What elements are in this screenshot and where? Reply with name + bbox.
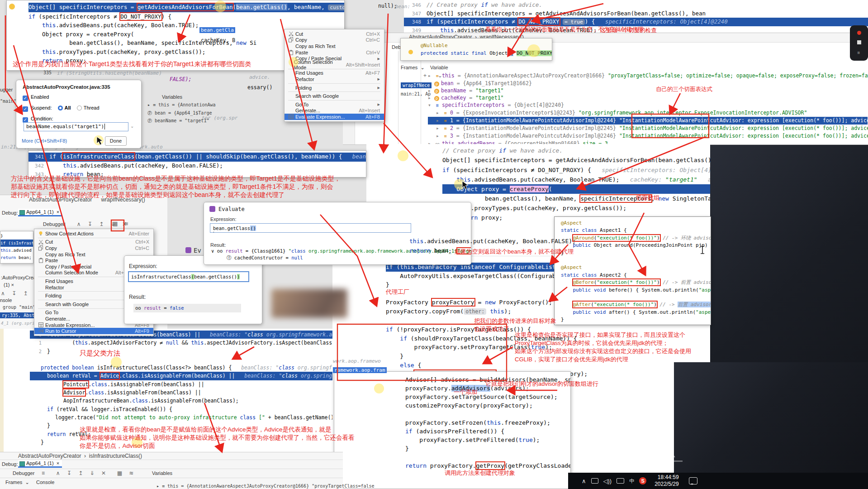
variable-row-bean[interactable]: ▸pbean = {App64_1$Target1@1662}	[428, 80, 868, 87]
breakpoint-dialog[interactable]: AbstractAutoProxyCreator.java:335 ✓Enabl…	[16, 80, 142, 149]
code-line: if (isInfrastruc	[0, 240, 33, 247]
code-line: ⓕ cachedConstructor = null	[211, 254, 467, 261]
code-line: static class Aspect2 {	[561, 272, 711, 279]
expand-icon[interactable]: ⌄	[130, 124, 134, 129]
menu-item-cut[interactable]: CutCtrl+X	[34, 239, 153, 245]
suspend-thread-radio[interactable]	[77, 105, 82, 110]
menu-item-evaluate-expression[interactable]: Evaluate Expression...Alt+F8	[285, 114, 384, 120]
menu-item-copy[interactable]: CopyCtrl+C	[285, 37, 384, 43]
code-line	[561, 294, 711, 301]
code-line: Object proxy = createProxy(	[442, 184, 710, 194]
taskbar-clock[interactable]: 18:44:59 2022/5/29	[655, 474, 678, 488]
editor-sliver: }if (isInfrastructhis.advisedreturn bean…	[0, 231, 33, 264]
code-line: if (specificInterceptors ≠ DO_NOT_PROXY)…	[442, 165, 710, 175]
copy-icon	[287, 37, 294, 43]
menu-item-generate[interactable]: Generate...Alt+Insert	[285, 108, 384, 114]
expression-input[interactable]: bean.getClass()	[210, 223, 411, 233]
menu-item-show-context-actions[interactable]: Show Context ActionsAlt+Enter	[34, 230, 153, 237]
editor-wrapifnecessary-topright[interactable]: 346// Create proxy if we have advice.347…	[404, 0, 868, 35]
code-line: protected boolean isInfrastructureClass(…	[30, 364, 355, 372]
variable-row-this[interactable]: ▸≡this = {AnnotationAwareAspectJAutoProx…	[428, 72, 868, 80]
done-button[interactable]: Done	[105, 136, 127, 146]
chat-icon[interactable]	[689, 477, 697, 484]
chevron-up-icon[interactable]: ∧	[582, 478, 586, 484]
menu-item-column-selection-mode[interactable]: Column Selection ModeAlt+Shift+Insert	[285, 62, 384, 68]
highlight-circle	[527, 44, 540, 57]
code-line: this.advised	[0, 247, 33, 254]
expression-input[interactable]: isInfrastructureClass(bean.getClass())	[128, 271, 249, 282]
code-line: isInfrastructureClass(bean.getClass())	[131, 273, 248, 280]
speaker-icon[interactable]: ◁))	[603, 478, 612, 484]
code-line: }	[405, 444, 570, 453]
editor-isinfrastructureclass-call[interactable]: 341if (isInfrastructureClass(bean.getCla…	[28, 150, 366, 177]
code-line: 348if (specificInterceptors ≠ DO_NOT_PRO…	[404, 18, 868, 26]
menu-item-copy[interactable]: CopyCtrl+C	[34, 245, 153, 251]
menu-item-run-to-cursor[interactable]: Run to CursorAlt+F9	[34, 328, 153, 334]
keyboard-icon[interactable]	[617, 478, 624, 484]
menu-item-go-to[interactable]: Go To▸	[285, 101, 384, 108]
input-method-icon[interactable]: 中	[629, 478, 634, 484]
evaluate-dialog-icon	[209, 206, 215, 212]
screen-recorder-widget[interactable]: ≡	[850, 25, 868, 61]
menu-item-folding[interactable]: Folding▸	[285, 85, 384, 91]
editor-aspect-classes[interactable]: @Aspectstatic class Aspect1 { @Around("e…	[554, 216, 711, 325]
menu-item-find-usages[interactable]: Find UsagesAlt+F7	[285, 70, 384, 77]
variable-row-beanName[interactable]: ▸pbeanName = "target1"	[428, 87, 868, 94]
variable-row-0[interactable]: ▸≡0 = {ExposeInvocationInterceptor$1@224…	[428, 109, 868, 117]
suspend-all-radio[interactable]	[58, 105, 63, 110]
fragment: Variables	[162, 94, 182, 100]
code-line: Object[] specificInterceptors = getAdvic…	[28, 3, 344, 12]
gutter-strip	[0, 329, 4, 452]
breakpoint-suspend-row[interactable]: ✓Suspend: All Thread	[23, 105, 100, 112]
evaluate-dialog[interactable]: Evaluate Expression: bean.getClass() Res…	[204, 202, 471, 265]
code-line: return bean;	[409, 246, 599, 255]
fragment: ⓟ bean = {App64_1$Targe	[147, 110, 212, 116]
breakpoint-enabled-row[interactable]: ✓Enabled	[23, 94, 49, 101]
variable-row-1[interactable]: ▸≡1 = {InstantiationModelAwarePointcutAd…	[428, 117, 868, 125]
screen: Object[] specificInterceptors = getAdvic…	[0, 0, 868, 489]
fragment: ⓟ beanName = "target1"	[147, 118, 209, 124]
editor-context-menu: CutCtrl+XCopyCtrl+CCopy as Rich TextPast…	[284, 29, 384, 122]
code-line: proxyFactory.setProxyTargetClass(true);	[386, 343, 710, 352]
enabled-checkbox[interactable]: ✓	[23, 96, 28, 101]
code-line: 346// Create proxy if we have advice.	[404, 1, 868, 10]
suspend-checkbox[interactable]: ✓	[23, 106, 28, 112]
more-link[interactable]: More (Ctrl+Shift+F8)	[22, 138, 67, 144]
menu-item-search-with-google[interactable]: Search with Google	[285, 93, 384, 99]
code-line: logger.trace("Did not attempt to auto-pr…	[30, 413, 355, 422]
highlight-circle	[454, 179, 465, 190]
code-line: 343 return bean;	[28, 170, 366, 177]
menu-item-copy-as-rich-text[interactable]: Copy as Rich Text	[285, 43, 384, 49]
code-line: }	[561, 316, 711, 323]
variable-row-3[interactable]: ▸≡3 = {InstantiationModelAwarePointcutAd…	[428, 132, 868, 140]
display-icon[interactable]	[591, 478, 598, 484]
condition-input[interactable]: beanName.equals("target1")	[24, 122, 128, 131]
code-line: return retVal;	[30, 430, 355, 438]
condition-label: Condition:	[31, 116, 53, 121]
suspend-thread-label: Thread	[84, 105, 100, 110]
code-line: if (shouldProxyTargetClass(beanClass, be…	[386, 334, 710, 343]
enabled-label: Enabled	[31, 94, 49, 100]
menu-icon: ≡	[858, 50, 861, 55]
editor-buildadvisors-overlay[interactable]: Advisor[] advisors = buildAdvisors(beanN…	[334, 371, 571, 489]
highlight-circle	[132, 437, 142, 448]
sogou-icon[interactable]: S	[639, 477, 646, 484]
blurred-patch	[271, 289, 347, 318]
evaluate-dialog-zoomed[interactable]: Expression: isInfrastructureClass(bean.g…	[124, 255, 262, 324]
code-line: if (advisorsPreFiltered()) {	[405, 427, 570, 436]
variable-row-cacheKey[interactable]: ▸pcacheKey = "target1"	[428, 94, 868, 101]
menu-item-paste[interactable]: PasteCtrl+V	[285, 49, 384, 56]
variables-tree[interactable]: ▸≡this = {AnnotationAwareAspectJAutoProx…	[428, 72, 868, 145]
menu-item-cut[interactable]: CutCtrl+X	[285, 31, 384, 37]
code-line: this.advisedBeans.put(cacheKey, Boolean.…	[409, 236, 599, 246]
menu-item-refactor[interactable]: Refactor▸	[285, 76, 384, 82]
fragment: FALSE);	[170, 76, 191, 82]
highlight-circle	[289, 57, 299, 67]
taskbar: ∧ ◁)) 中 S 18:44:59 2022/5/29	[568, 473, 868, 489]
variable-row-specificInterceptors[interactable]: ▾≣specificInterceptors = {Object[4]@2240…	[428, 101, 868, 109]
code-line: return proxyFactory.getProxy(getProxyCla…	[405, 461, 570, 470]
suspend-label: Suspend:	[31, 105, 52, 110]
variable-row-2[interactable]: ▸≡2 = {InstantiationModelAwarePointcutAd…	[428, 125, 868, 132]
breakpoint-condition-row[interactable]: ✓Condition:	[23, 116, 53, 123]
editor-isinfrastructureclass-impl[interactable]: 0return (super.isInfrastructureClass(bea…	[0, 329, 355, 452]
